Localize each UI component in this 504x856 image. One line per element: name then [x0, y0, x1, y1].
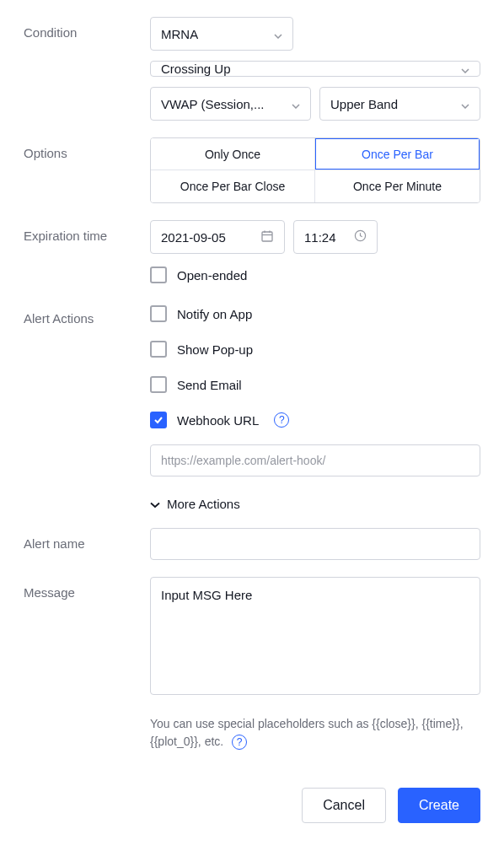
option-once-per-bar-close[interactable]: Once Per Bar Close: [151, 170, 315, 202]
calendar-icon: [260, 229, 274, 245]
condition-trigger-value: Crossing Up: [161, 62, 231, 76]
webhook-url-input[interactable]: [150, 444, 480, 476]
webhook-url-label: Webhook URL: [177, 413, 259, 428]
alert-name-input[interactable]: [150, 528, 480, 560]
svg-rect-0: [262, 232, 272, 241]
expiration-date-input[interactable]: 2021-09-05: [150, 220, 285, 254]
label-message: Message: [24, 577, 150, 600]
notify-on-app-label: Notify on App: [177, 307, 252, 321]
notify-on-app-checkbox[interactable]: [150, 305, 167, 322]
chevron-down-icon: [292, 97, 300, 111]
label-alert-name: Alert name: [24, 528, 150, 551]
chevron-down-icon: [150, 497, 160, 511]
condition-indicator-select[interactable]: VWAP (Session,...: [150, 87, 311, 121]
clock-icon: [354, 229, 367, 245]
label-alert-actions: Alert Actions: [24, 303, 150, 326]
options-grid: Only Once Once Per Bar Once Per Bar Clos…: [150, 137, 480, 203]
help-icon[interactable]: ?: [274, 412, 289, 428]
expiration-time-input[interactable]: 11:24: [293, 220, 378, 254]
condition-indicator-value: VWAP (Session,...: [161, 97, 265, 111]
help-icon[interactable]: ?: [232, 735, 247, 750]
option-only-once[interactable]: Only Once: [151, 138, 315, 170]
message-hint: You can use special placeholders such as…: [150, 715, 480, 751]
label-options: Options: [24, 137, 150, 160]
condition-band-select[interactable]: Upper Band: [319, 87, 480, 121]
open-ended-label: Open-ended: [177, 268, 247, 283]
condition-band-value: Upper Band: [330, 97, 398, 111]
expiration-date-value: 2021-09-05: [161, 230, 226, 245]
option-once-per-bar[interactable]: Once Per Bar: [315, 138, 480, 170]
webhook-url-checkbox[interactable]: [150, 412, 167, 428]
chevron-down-icon: [461, 62, 469, 76]
expiration-time-value: 11:24: [304, 230, 336, 245]
condition-trigger-select[interactable]: Crossing Up: [150, 61, 480, 77]
label-expiration: Expiration time: [24, 220, 150, 243]
create-button[interactable]: Create: [398, 788, 480, 823]
show-popup-label: Show Pop-up: [177, 342, 253, 357]
condition-symbol-value: MRNA: [161, 27, 198, 41]
message-textarea[interactable]: [150, 577, 480, 695]
more-actions-label: More Actions: [167, 497, 240, 511]
condition-symbol-select[interactable]: MRNA: [150, 17, 293, 51]
show-popup-checkbox[interactable]: [150, 341, 167, 358]
send-email-label: Send Email: [177, 378, 242, 392]
send-email-checkbox[interactable]: [150, 376, 167, 393]
chevron-down-icon: [461, 97, 469, 111]
option-once-per-minute[interactable]: Once Per Minute: [315, 170, 480, 202]
label-condition: Condition: [24, 17, 150, 40]
cancel-button[interactable]: Cancel: [302, 788, 386, 823]
chevron-down-icon: [274, 27, 282, 41]
more-actions-toggle[interactable]: More Actions: [150, 497, 480, 511]
open-ended-checkbox[interactable]: [150, 266, 167, 283]
